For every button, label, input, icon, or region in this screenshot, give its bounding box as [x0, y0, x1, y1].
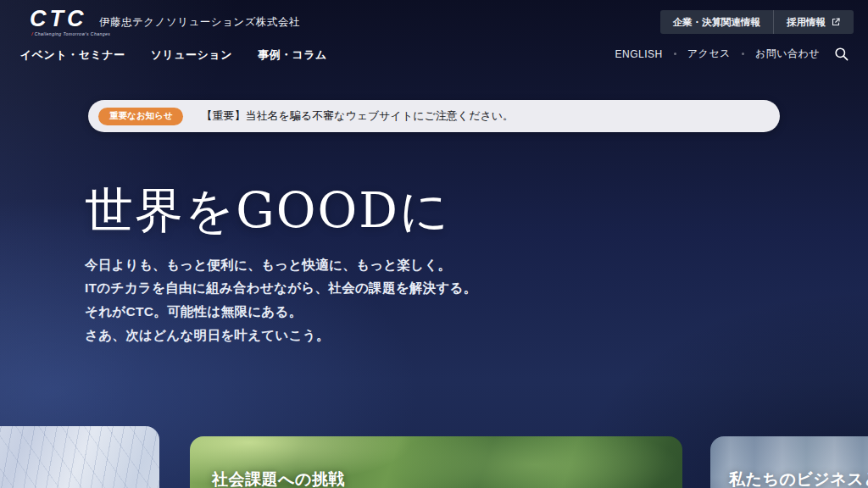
utility-link-contact[interactable]: お問い合わせ — [755, 47, 820, 61]
nav-item-events-seminars[interactable]: イベント・セミナー — [20, 47, 125, 63]
corporate-ir-info-button[interactable]: 企業・決算関連情報 — [660, 10, 774, 34]
recruit-info-button[interactable]: 採用情報 — [773, 10, 854, 34]
logo-tagline: / Challenging Tomorrow's Changes — [31, 31, 110, 36]
hero-copy-line: それがCTC。可能性は無限にある。 — [85, 300, 477, 324]
separator-dot — [742, 53, 744, 55]
card-blueprint-image[interactable] — [0, 426, 159, 488]
utility-navigation: ENGLISH アクセス お問い合わせ — [615, 46, 849, 62]
nav-item-solutions[interactable]: ソリューション — [151, 47, 232, 63]
main-navigation: イベント・セミナー ソリューション 事例・コラム — [20, 47, 327, 63]
hero-section: 世界をGOODに 今日よりも、もっと便利に、もっと快適に、もっと楽しく。 ITの… — [85, 183, 477, 347]
hero-copy-line: 今日よりも、もっと便利に、もっと快適に、もっと楽しく。 — [85, 253, 477, 277]
separator-dot — [674, 53, 676, 55]
external-link-icon — [831, 17, 841, 27]
notice-badge: 重要なお知らせ — [98, 108, 183, 125]
hero-copy-line: さあ、次はどんな明日を叶えていこう。 — [85, 324, 477, 347]
utility-link-english[interactable]: ENGLISH — [615, 48, 663, 60]
logo-red-mark: / — [31, 31, 33, 36]
notice-message: 【重要】当社名を騙る不審なウェブサイトにご注意ください。 — [201, 108, 514, 124]
hero-title: 世界をGOODに — [85, 183, 477, 239]
card-our-business-title: 私たちのビジネスと成 — [729, 469, 868, 488]
card-social-issues-title: 社会課題への挑戦 — [212, 469, 345, 488]
card-our-business[interactable]: 私たちのビジネスと成 — [710, 436, 868, 488]
header-action-buttons: 企業・決算関連情報 採用情報 — [660, 10, 854, 34]
corporate-ir-info-label: 企業・決算関連情報 — [673, 16, 761, 29]
recruit-info-label: 採用情報 — [787, 16, 826, 29]
important-notice-banner[interactable]: 重要なお知らせ 【重要】当社名を騙る不審なウェブサイトにご注意ください。 — [88, 100, 780, 132]
search-icon[interactable] — [833, 46, 849, 62]
card-social-issues[interactable]: 社会課題への挑戦 — [190, 436, 682, 488]
logo-tagline-text: Challenging Tomorrow's Changes — [35, 31, 111, 36]
company-name: 伊藤忠テクノソリューションズ株式会社 — [99, 15, 300, 30]
utility-link-access[interactable]: アクセス — [687, 47, 731, 61]
hero-copy: 今日よりも、もっと便利に、もっと快適に、もっと楽しく。 ITのチカラを自由に組み… — [85, 253, 477, 347]
nav-item-cases-columns[interactable]: 事例・コラム — [258, 47, 327, 63]
hero-copy-line: ITのチカラを自由に組み合わせながら、社会の課題を解決する。 — [85, 276, 477, 300]
